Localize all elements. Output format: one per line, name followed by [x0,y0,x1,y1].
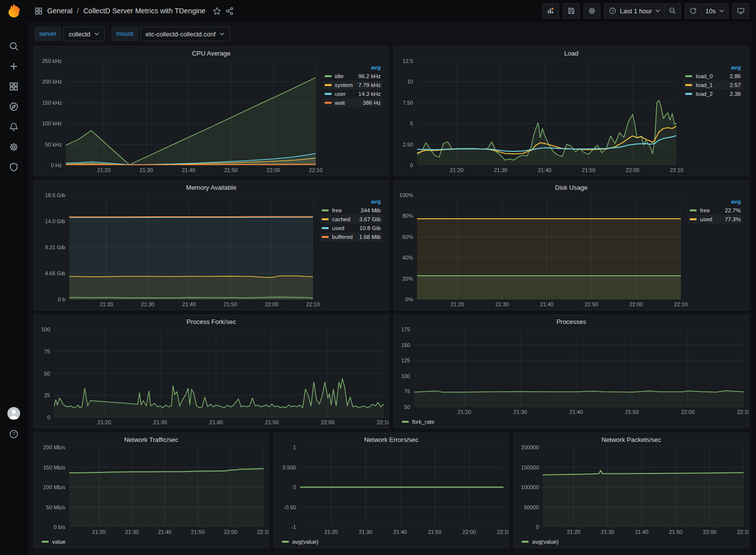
panel-network-packets: Network Packets/sec 05000010000015000020… [513,433,749,548]
legend-series-color-icon [690,209,697,211]
x-tick-label: 21:40 [209,419,223,425]
legend-avg-header[interactable]: avg [323,64,383,72]
breadcrumb-folder[interactable]: General [47,7,73,15]
x-tick-label: 22:10 [497,529,509,535]
share-icon[interactable] [225,7,234,15]
chart-plot[interactable] [417,195,681,299]
chart-plot[interactable] [417,61,676,165]
legend-series-label: system [335,82,353,88]
legend-item[interactable]: used10.8 Gib [320,224,383,233]
dashboard-title[interactable]: CollectD Server Metrics with TDengine [84,7,206,15]
variable-server-dropdown[interactable]: collectd [63,27,105,41]
dashboard-settings-button[interactable] [584,3,600,19]
refresh-interval-dropdown[interactable]: 10s [701,3,728,19]
x-tick-label: 21:50 [585,301,598,307]
legend-item[interactable]: idle96.2 kHz [323,72,383,81]
favorite-star-icon[interactable] [213,7,221,15]
legend-item[interactable]: value [42,539,66,545]
panel-title[interactable]: Memory Available [186,184,236,191]
x-tick-label: 21:20 [98,419,112,425]
legend-item[interactable]: free344 Mib [320,206,383,215]
grafana-logo[interactable] [5,3,22,20]
chart-plot[interactable] [543,447,744,527]
panel-title[interactable]: Network Traffic/sec [124,436,178,443]
legend-item[interactable]: wait386 Hz [323,98,383,107]
legend-item[interactable]: buffered1.68 Mib [320,233,383,241]
legend-item[interactable]: avg(value) [522,539,559,545]
legend-series-label: avg(value) [292,539,319,545]
help-icon[interactable]: ? [8,429,19,439]
legend-item[interactable]: cached3.67 Gib [320,215,383,224]
configuration-gear-icon[interactable] [8,142,19,152]
save-dashboard-button[interactable] [563,3,580,19]
variable-mount-label[interactable]: mount [112,27,139,41]
variable-server-label[interactable]: server [34,27,61,41]
panel-title[interactable]: Disk Usage [555,184,588,191]
y-tick-label: 50 [44,371,50,377]
legend-item[interactable]: avg(value) [282,539,319,545]
panel-title[interactable]: Process Fork/sec [187,318,236,325]
legend-series-color-icon [325,75,332,77]
scrollbar-track[interactable] [753,0,756,555]
legend-avg-header[interactable]: avg [688,198,743,206]
dashboards-icon[interactable] [8,81,19,92]
cycle-view-mode-button[interactable] [732,3,749,19]
x-tick-label: 21:50 [669,529,683,535]
x-tick-label: 21:20 [450,301,464,307]
refresh-button[interactable] [685,3,701,19]
panel-title[interactable]: Processes [557,318,587,325]
y-tick-label: 100 kHz [42,120,62,126]
chart-plot[interactable] [54,329,384,417]
chart-plot[interactable] [69,195,313,299]
legend-item[interactable]: load_02.86 [683,72,743,81]
legend-item[interactable]: load_12.57 [683,81,743,89]
x-tick-label: 21:20 [458,409,472,415]
legend-series-color-icon [42,541,49,543]
legend: avgfree22.7%used77.3% [681,195,744,224]
legend-item[interactable]: load_22.38 [683,89,743,98]
legend-item[interactable]: user14.3 kHz [323,89,383,98]
panel-title[interactable]: Load [564,50,579,57]
sidebar: ? [0,0,28,555]
y-tick-label: 12.5 [403,58,413,64]
chart-plot[interactable] [69,447,264,527]
panel-title[interactable]: Network Errors/sec [364,436,419,443]
legend: avgload_02.86load_12.57load_22.38 [676,61,744,98]
legend-series-color-icon [322,218,329,220]
chart-plot[interactable] [414,329,744,407]
legend-avg-header[interactable]: avg [683,64,743,72]
y-tick-label: 125 [401,357,410,363]
x-axis: 21:2021:3021:4021:5022:0022:10 [69,527,264,536]
time-range-picker[interactable]: Last 1 hour [604,3,665,19]
legend-series-value: 96.2 kHz [356,73,381,79]
legend-series-color-icon [685,75,692,77]
y-tick-label: 250 kHz [42,58,62,64]
legend-avg-header[interactable]: avg [320,198,383,206]
legend-series-label: idle [335,73,353,79]
x-tick-label: 22:00 [703,529,717,535]
legend-item[interactable]: fork_rate [402,419,434,425]
add-panel-button[interactable] [542,3,559,19]
variable-mount-dropdown[interactable]: etc-collectd-collectd.conf [140,27,230,41]
chart-plot[interactable] [300,447,504,527]
create-plus-icon[interactable] [8,61,19,72]
legend-item[interactable]: free22.7% [688,206,743,215]
legend-item[interactable]: used77.3% [688,215,743,224]
legend-series-label: user [335,91,353,97]
panel-title[interactable]: Network Packets/sec [601,436,661,443]
explore-compass-icon[interactable] [8,101,19,112]
server-admin-shield-icon[interactable] [8,162,19,173]
y-tick-label: 175 [401,326,410,332]
alerting-bell-icon[interactable] [8,121,19,132]
panel-title[interactable]: CPU Average [192,50,231,57]
y-tick-label: 150 Mb/s [43,465,65,470]
dashboard-apps-icon[interactable] [34,7,43,15]
chart-plot[interactable] [66,61,316,165]
zoom-out-button[interactable] [664,3,681,19]
user-avatar[interactable] [7,407,20,420]
search-icon[interactable] [8,41,19,52]
series-area-fork_rate [414,391,744,407]
legend-item[interactable]: system7.79 kHz [323,81,383,89]
y-tick-label: -0.50 [284,504,296,510]
variable-server-value: collectd [69,30,90,38]
